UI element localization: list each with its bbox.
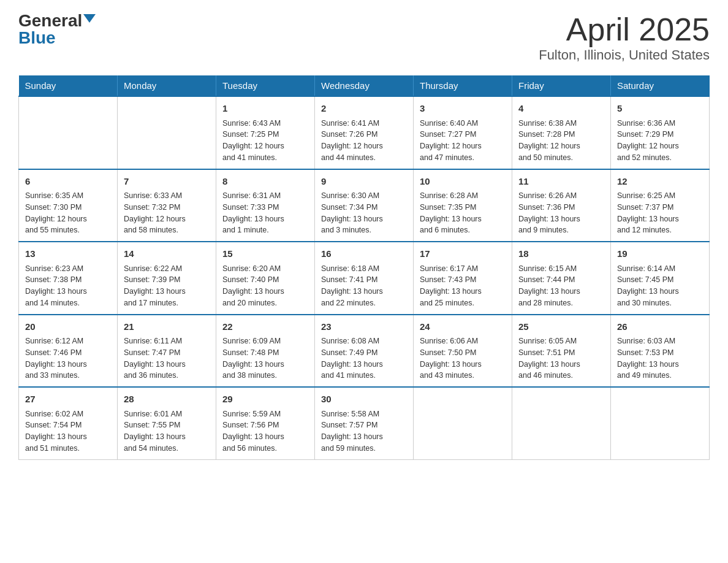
calendar-cell: 27Sunrise: 6:02 AMSunset: 7:54 PMDayligh… bbox=[19, 387, 118, 459]
calendar-cell: 12Sunrise: 6:25 AMSunset: 7:37 PMDayligh… bbox=[611, 169, 710, 242]
logo-blue-text: Blue bbox=[18, 29, 96, 47]
calendar-cell: 24Sunrise: 6:06 AMSunset: 7:50 PMDayligh… bbox=[414, 315, 512, 388]
day-number: 25 bbox=[518, 320, 604, 334]
day-number: 18 bbox=[518, 247, 604, 261]
calendar-week-row: 27Sunrise: 6:02 AMSunset: 7:54 PMDayligh… bbox=[19, 387, 710, 459]
calendar-col-header-monday: Monday bbox=[118, 75, 216, 96]
calendar-cell bbox=[19, 96, 118, 169]
calendar-cell: 15Sunrise: 6:20 AMSunset: 7:40 PMDayligh… bbox=[216, 242, 315, 315]
day-number: 30 bbox=[321, 393, 407, 407]
day-info: Sunrise: 6:14 AMSunset: 7:45 PMDaylight:… bbox=[617, 263, 703, 309]
day-info: Sunrise: 6:28 AMSunset: 7:35 PMDaylight:… bbox=[420, 190, 506, 236]
day-number: 3 bbox=[420, 102, 506, 116]
calendar-cell: 30Sunrise: 5:58 AMSunset: 7:57 PMDayligh… bbox=[315, 387, 414, 459]
day-number: 21 bbox=[124, 320, 210, 334]
day-number: 1 bbox=[222, 102, 308, 116]
day-number: 24 bbox=[420, 320, 506, 334]
logo-general-text: General bbox=[18, 12, 82, 29]
calendar-cell bbox=[611, 387, 710, 459]
calendar-week-row: 20Sunrise: 6:12 AMSunset: 7:46 PMDayligh… bbox=[19, 315, 710, 388]
day-info: Sunrise: 6:08 AMSunset: 7:49 PMDaylight:… bbox=[321, 335, 407, 381]
day-info: Sunrise: 6:35 AMSunset: 7:30 PMDaylight:… bbox=[25, 190, 111, 236]
day-number: 11 bbox=[518, 175, 604, 189]
day-number: 20 bbox=[25, 320, 111, 334]
calendar-cell: 10Sunrise: 6:28 AMSunset: 7:35 PMDayligh… bbox=[414, 169, 512, 242]
day-number: 27 bbox=[25, 393, 111, 407]
day-info: Sunrise: 6:26 AMSunset: 7:36 PMDaylight:… bbox=[518, 190, 604, 236]
day-number: 22 bbox=[222, 320, 308, 334]
calendar-cell: 20Sunrise: 6:12 AMSunset: 7:46 PMDayligh… bbox=[19, 315, 118, 388]
day-number: 5 bbox=[617, 102, 703, 116]
day-info: Sunrise: 6:11 AMSunset: 7:47 PMDaylight:… bbox=[124, 335, 210, 381]
day-info: Sunrise: 6:30 AMSunset: 7:34 PMDaylight:… bbox=[321, 190, 407, 236]
day-info: Sunrise: 6:02 AMSunset: 7:54 PMDaylight:… bbox=[25, 408, 111, 454]
day-info: Sunrise: 6:03 AMSunset: 7:53 PMDaylight:… bbox=[617, 335, 703, 381]
day-number: 19 bbox=[617, 247, 703, 261]
logo: General Blue bbox=[18, 12, 96, 47]
calendar-cell bbox=[118, 96, 216, 169]
day-info: Sunrise: 5:59 AMSunset: 7:56 PMDaylight:… bbox=[222, 408, 308, 454]
day-info: Sunrise: 6:40 AMSunset: 7:27 PMDaylight:… bbox=[420, 118, 506, 164]
day-info: Sunrise: 6:18 AMSunset: 7:41 PMDaylight:… bbox=[321, 263, 407, 309]
calendar-col-header-tuesday: Tuesday bbox=[216, 75, 315, 96]
calendar-cell: 8Sunrise: 6:31 AMSunset: 7:33 PMDaylight… bbox=[216, 169, 315, 242]
day-info: Sunrise: 6:20 AMSunset: 7:40 PMDaylight:… bbox=[222, 263, 308, 309]
calendar-cell: 19Sunrise: 6:14 AMSunset: 7:45 PMDayligh… bbox=[611, 242, 710, 315]
page-title: April 2025 bbox=[539, 12, 710, 47]
day-number: 28 bbox=[124, 393, 210, 407]
day-info: Sunrise: 6:23 AMSunset: 7:38 PMDaylight:… bbox=[25, 263, 111, 309]
day-info: Sunrise: 6:12 AMSunset: 7:46 PMDaylight:… bbox=[25, 335, 111, 381]
page-header: General Blue April 2025 Fulton, Illinois… bbox=[18, 12, 710, 63]
day-info: Sunrise: 6:38 AMSunset: 7:28 PMDaylight:… bbox=[518, 118, 604, 164]
calendar-cell: 21Sunrise: 6:11 AMSunset: 7:47 PMDayligh… bbox=[118, 315, 216, 388]
calendar-cell: 28Sunrise: 6:01 AMSunset: 7:55 PMDayligh… bbox=[118, 387, 216, 459]
day-number: 9 bbox=[321, 175, 407, 189]
calendar-week-row: 13Sunrise: 6:23 AMSunset: 7:38 PMDayligh… bbox=[19, 242, 710, 315]
day-info: Sunrise: 6:41 AMSunset: 7:26 PMDaylight:… bbox=[321, 118, 407, 164]
day-info: Sunrise: 6:22 AMSunset: 7:39 PMDaylight:… bbox=[124, 263, 210, 309]
page-subtitle: Fulton, Illinois, United States bbox=[539, 47, 710, 63]
day-number: 14 bbox=[124, 247, 210, 261]
calendar-cell bbox=[512, 387, 611, 459]
logo-triangle-icon bbox=[83, 14, 96, 23]
calendar-cell: 25Sunrise: 6:05 AMSunset: 7:51 PMDayligh… bbox=[512, 315, 611, 388]
calendar-cell: 26Sunrise: 6:03 AMSunset: 7:53 PMDayligh… bbox=[611, 315, 710, 388]
calendar-cell: 17Sunrise: 6:17 AMSunset: 7:43 PMDayligh… bbox=[414, 242, 512, 315]
calendar-week-row: 1Sunrise: 6:43 AMSunset: 7:25 PMDaylight… bbox=[19, 96, 710, 169]
calendar-cell: 7Sunrise: 6:33 AMSunset: 7:32 PMDaylight… bbox=[118, 169, 216, 242]
calendar-cell: 23Sunrise: 6:08 AMSunset: 7:49 PMDayligh… bbox=[315, 315, 414, 388]
day-info: Sunrise: 6:25 AMSunset: 7:37 PMDaylight:… bbox=[617, 190, 703, 236]
day-number: 7 bbox=[124, 175, 210, 189]
day-info: Sunrise: 6:33 AMSunset: 7:32 PMDaylight:… bbox=[124, 190, 210, 236]
day-info: Sunrise: 6:15 AMSunset: 7:44 PMDaylight:… bbox=[518, 263, 604, 309]
calendar-col-header-saturday: Saturday bbox=[611, 75, 710, 96]
day-number: 23 bbox=[321, 320, 407, 334]
calendar-cell: 29Sunrise: 5:59 AMSunset: 7:56 PMDayligh… bbox=[216, 387, 315, 459]
day-number: 2 bbox=[321, 102, 407, 116]
calendar-col-header-sunday: Sunday bbox=[19, 75, 118, 96]
calendar-cell: 2Sunrise: 6:41 AMSunset: 7:26 PMDaylight… bbox=[315, 96, 414, 169]
day-info: Sunrise: 6:05 AMSunset: 7:51 PMDaylight:… bbox=[518, 335, 604, 381]
calendar-cell: 16Sunrise: 6:18 AMSunset: 7:41 PMDayligh… bbox=[315, 242, 414, 315]
day-number: 12 bbox=[617, 175, 703, 189]
calendar-cell: 22Sunrise: 6:09 AMSunset: 7:48 PMDayligh… bbox=[216, 315, 315, 388]
calendar-cell: 18Sunrise: 6:15 AMSunset: 7:44 PMDayligh… bbox=[512, 242, 611, 315]
calendar-cell: 3Sunrise: 6:40 AMSunset: 7:27 PMDaylight… bbox=[414, 96, 512, 169]
day-number: 29 bbox=[222, 393, 308, 407]
calendar-cell: 4Sunrise: 6:38 AMSunset: 7:28 PMDaylight… bbox=[512, 96, 611, 169]
day-info: Sunrise: 5:58 AMSunset: 7:57 PMDaylight:… bbox=[321, 408, 407, 454]
calendar-cell: 9Sunrise: 6:30 AMSunset: 7:34 PMDaylight… bbox=[315, 169, 414, 242]
calendar-cell: 5Sunrise: 6:36 AMSunset: 7:29 PMDaylight… bbox=[611, 96, 710, 169]
day-info: Sunrise: 6:09 AMSunset: 7:48 PMDaylight:… bbox=[222, 335, 308, 381]
day-number: 10 bbox=[420, 175, 506, 189]
calendar-table: SundayMondayTuesdayWednesdayThursdayFrid… bbox=[18, 75, 710, 460]
calendar-col-header-thursday: Thursday bbox=[414, 75, 512, 96]
day-info: Sunrise: 6:31 AMSunset: 7:33 PMDaylight:… bbox=[222, 190, 308, 236]
day-number: 15 bbox=[222, 247, 308, 261]
calendar-week-row: 6Sunrise: 6:35 AMSunset: 7:30 PMDaylight… bbox=[19, 169, 710, 242]
calendar-cell: 13Sunrise: 6:23 AMSunset: 7:38 PMDayligh… bbox=[19, 242, 118, 315]
day-number: 17 bbox=[420, 247, 506, 261]
day-number: 26 bbox=[617, 320, 703, 334]
calendar-cell bbox=[414, 387, 512, 459]
day-number: 13 bbox=[25, 247, 111, 261]
